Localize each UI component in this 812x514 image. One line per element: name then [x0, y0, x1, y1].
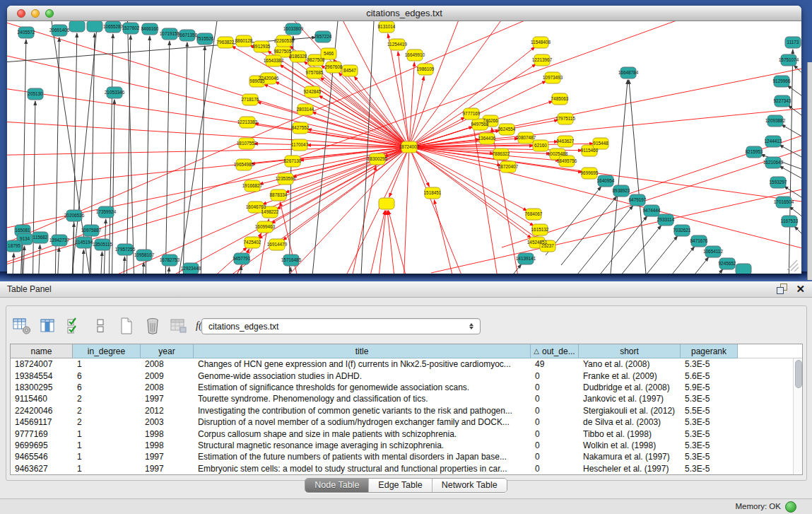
cell-title[interactable]: Genome-wide association studies in ADHD. — [194, 371, 531, 381]
column-header-in_degree[interactable]: in_degree — [73, 344, 141, 358]
cell-out_de[interactable]: 0 — [531, 406, 579, 416]
table-row[interactable]: 911546021997Tourette syndrome. Phenomeno… — [11, 393, 802, 404]
cell-short[interactable]: Hescheler et al. (1997) — [579, 464, 681, 474]
column-header-short[interactable]: short — [579, 344, 681, 358]
cell-out_de[interactable]: 0 — [531, 440, 579, 450]
cell-pagerank[interactable]: 5.6E-5 — [681, 371, 738, 381]
cell-name[interactable]: 19384554 — [11, 371, 73, 381]
cell-out_de[interactable]: 0 — [531, 452, 579, 462]
network-edge-red[interactable] — [431, 185, 801, 273]
network-edge-red[interactable] — [398, 52, 409, 147]
network-edge-red[interactable] — [409, 147, 527, 211]
table-row[interactable]: 946362711997Embryonic stem cells: a mode… — [11, 463, 802, 474]
cell-name[interactable]: 22420046 — [11, 406, 73, 416]
network-edge-black[interactable] — [167, 267, 169, 274]
network-node[interactable] — [69, 21, 85, 32]
network-edge-red[interactable] — [403, 147, 409, 274]
table-row[interactable]: 1938455462009Genome-wide association stu… — [11, 370, 802, 381]
table-vertical-scrollbar[interactable] — [793, 358, 802, 474]
cell-short[interactable]: Wolkin et al. (1998) — [579, 440, 681, 450]
cell-title[interactable]: Investigating the contribution of common… — [194, 406, 531, 416]
network-edge-black[interactable] — [466, 264, 522, 274]
delete-icon[interactable] — [143, 317, 162, 335]
network-edge-black[interactable] — [146, 36, 150, 274]
table-row[interactable]: 946554611997Estimation of the future num… — [11, 451, 802, 462]
tab-node-table[interactable]: Node Table — [305, 479, 369, 492]
cell-short[interactable]: Yano et al. (2008) — [579, 359, 681, 369]
cell-name[interactable]: 18300295 — [11, 382, 73, 392]
cell-year[interactable]: 2008 — [141, 359, 194, 369]
network-edge-red[interactable] — [320, 77, 409, 147]
cell-pagerank[interactable]: 5.3E-5 — [681, 359, 738, 369]
canvas-resize-grip[interactable] — [791, 264, 798, 271]
column-header-name[interactable]: name — [11, 344, 73, 358]
network-edge-red[interactable] — [364, 211, 385, 274]
collapsed-east-panel[interactable] — [807, 62, 812, 280]
cell-in_degree[interactable]: 1 — [73, 429, 141, 439]
cell-out_de[interactable]: 49 — [531, 359, 579, 369]
network-edge-black[interactable] — [653, 257, 709, 274]
network-edge-red[interactable] — [346, 166, 376, 274]
network-edge-black[interactable] — [33, 101, 35, 274]
import-table-icon[interactable] — [170, 317, 188, 335]
cell-in_degree[interactable]: 6 — [73, 371, 141, 381]
cell-out_de[interactable]: 0 — [531, 394, 579, 404]
network-edge-red[interactable] — [387, 211, 397, 274]
network-node[interactable] — [736, 264, 751, 274]
cell-short[interactable]: Franke et al. (2009) — [579, 371, 681, 381]
cell-title[interactable]: Embryonic stem cells: a model to study s… — [194, 464, 531, 474]
cell-short[interactable]: Stergiakouli et al. (2012) — [579, 406, 681, 416]
cell-year[interactable]: 1998 — [141, 429, 194, 439]
select-attributes-icon[interactable] — [65, 317, 83, 335]
table-selector-dropdown[interactable]: citations_edges.txt — [201, 318, 481, 334]
network-edge-red[interactable] — [376, 211, 386, 274]
network-edge-red[interactable] — [389, 211, 413, 274]
canvas-resize-grip[interactable] — [787, 260, 797, 270]
network-edge-red[interactable] — [409, 64, 801, 147]
cell-pagerank[interactable]: 5.3E-5 — [681, 452, 738, 462]
cell-name[interactable]: 9115460 — [11, 394, 73, 404]
table-row[interactable]: 1456911722003Disruption of a novel membe… — [11, 416, 802, 428]
cell-year[interactable]: 2003 — [141, 417, 194, 427]
cell-year[interactable]: 1997 — [141, 452, 194, 462]
network-edge-red[interactable] — [434, 200, 459, 274]
network-edge-black[interactable] — [11, 253, 14, 274]
cell-in_degree[interactable]: 1 — [73, 464, 141, 474]
cell-in_degree[interactable]: 6 — [73, 382, 141, 392]
float-panel-icon[interactable] — [777, 284, 787, 294]
cell-pagerank[interactable]: 5.3E-5 — [681, 440, 738, 450]
memory-status-indicator[interactable] — [785, 501, 796, 513]
cell-title[interactable]: Estimation of the future numbers of pati… — [194, 452, 531, 462]
cell-in_degree[interactable]: 2 — [73, 394, 141, 404]
network-window-titlebar[interactable]: citations_edges.txt — [7, 6, 801, 21]
network-edge-red[interactable] — [409, 147, 501, 165]
cell-in_degree[interactable]: 2 — [73, 406, 141, 416]
cell-out_de[interactable]: 0 — [531, 429, 579, 439]
cell-title[interactable]: Tourette syndrome. Phenomenology and cla… — [194, 394, 531, 404]
network-edge-black[interactable] — [561, 197, 617, 265]
cell-name[interactable]: 14569117 — [11, 417, 73, 427]
cell-year[interactable]: 1997 — [141, 394, 194, 404]
cell-year[interactable]: 2012 — [141, 406, 194, 416]
cell-short[interactable]: de Silva et al. (2003) — [579, 417, 681, 427]
network-edge-black[interactable] — [622, 236, 678, 274]
network-edge-black[interactable] — [794, 65, 801, 80]
table-row[interactable]: 1872400712008Changes of HCN gene express… — [11, 358, 802, 370]
cell-in_degree[interactable]: 1 — [73, 359, 141, 369]
cell-name[interactable]: 9777169 — [11, 429, 73, 439]
network-node[interactable] — [379, 198, 394, 209]
table-settings-icon[interactable] — [13, 317, 31, 335]
network-edge-black[interactable] — [577, 206, 633, 274]
column-header-year[interactable]: year — [141, 344, 194, 358]
cell-name[interactable]: 9699695 — [11, 440, 73, 450]
network-edge-red[interactable] — [7, 147, 409, 272]
cell-short[interactable]: Jankovic et al. (1997) — [579, 394, 681, 404]
network-node[interactable] — [87, 21, 102, 32]
cell-short[interactable]: Nakamura et al. (1997) — [579, 452, 681, 462]
table-row[interactable]: 969969511998Structural magnetic resonanc… — [11, 440, 802, 451]
network-edge-red[interactable] — [7, 49, 409, 147]
cell-title[interactable]: Corpus callosum shape and size in male p… — [194, 429, 531, 439]
cell-year[interactable]: 1997 — [141, 464, 194, 474]
cell-short[interactable]: Dudbridge et al. (2008) — [579, 382, 681, 392]
cell-out_de[interactable]: 0 — [531, 371, 579, 381]
